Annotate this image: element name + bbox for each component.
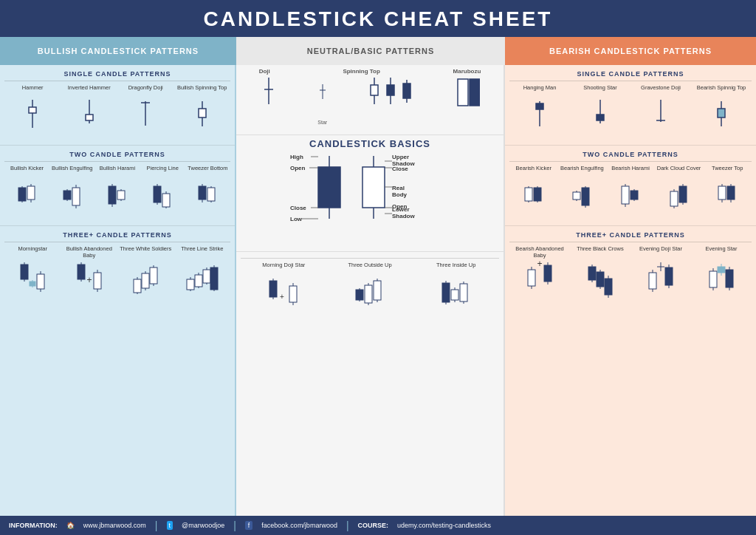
- pattern-dragonfly-doji: Dragonfly Doji: [117, 84, 174, 140]
- bull-three-title: THREE+ CANDLE PATTERNS: [4, 229, 230, 242]
- svg-rect-65: [150, 268, 157, 284]
- svg-rect-204: [605, 279, 612, 295]
- pattern-shooting-star: Shooting Star: [570, 84, 630, 140]
- basics-title: CANDLESTICK BASICS: [241, 138, 499, 149]
- svg-rect-34: [162, 194, 170, 207]
- info-label: INFORMATION:: [9, 522, 58, 529]
- svg-rect-68: [187, 279, 194, 290]
- basics-diagram: High Open Close Low Upper Shadow Real: [241, 152, 499, 248]
- svg-rect-28: [117, 191, 125, 200]
- bear-two-title: TWO CANDLE PATTERNS: [509, 149, 752, 162]
- svg-rect-198: [588, 267, 596, 280]
- svg-rect-1: [29, 107, 36, 113]
- pattern-three-white-soldiers: Three White Soldiers: [117, 245, 174, 311]
- svg-rect-46: [30, 282, 35, 286]
- svg-rect-134: [365, 285, 372, 303]
- facebook-icon: f: [245, 521, 253, 530]
- bear-single-title: SINGLE CANDLE PATTERNS: [509, 68, 752, 81]
- pattern-bull-spinning-top: Bullish Spinning Top: [174, 84, 231, 140]
- pattern-dark-cloud-cover: Dark Cloud Cover: [655, 165, 704, 221]
- svg-rect-92: [403, 84, 410, 98]
- svg-rect-201: [597, 272, 604, 287]
- section-headers: BULLISH CANDLESTICK PATTERNS NEUTRAL/BAS…: [0, 37, 756, 65]
- svg-rect-176: [630, 191, 638, 200]
- website-url: www.jbmarwood.com: [83, 522, 146, 529]
- neutral-three-title: [241, 255, 499, 259]
- svg-rect-140: [442, 283, 450, 302]
- bear-two-row: Bearish Kicker Bearish Engulfing: [509, 165, 752, 221]
- svg-rect-170: [582, 188, 589, 205]
- svg-text:+: +: [537, 261, 542, 269]
- svg-text:High: High: [290, 154, 303, 160]
- pattern-bear-kicker: Bearish Kicker: [509, 165, 558, 221]
- page-title: CANDLESTICK CHEAT SHEET: [204, 7, 553, 30]
- main-content: SINGLE CANDLE PATTERNS Hammer Inverted: [0, 65, 756, 516]
- facebook-url: facebook.com/jbmarwood: [261, 522, 337, 529]
- bull-spinning-top-svg: [195, 100, 210, 140]
- svg-rect-182: [679, 186, 687, 202]
- neutral-top-section: Doji Spinning Top Marubozu: [236, 65, 504, 135]
- svg-rect-152: [597, 115, 604, 120]
- pattern-bull-kicker: Bullish Kicker: [4, 165, 49, 221]
- svg-rect-95: [470, 79, 480, 106]
- svg-rect-128: [289, 286, 297, 302]
- bull-two-title: TWO CANDLE PATTERNS: [4, 149, 230, 162]
- pattern-hanging-man: Hanging Man: [509, 84, 570, 140]
- svg-rect-71: [195, 275, 202, 287]
- pattern-bull-harami: Bullish Harami: [94, 165, 140, 221]
- svg-rect-25: [109, 186, 116, 204]
- bull-three-group: THREE+ CANDLE PATTERNS Morningstar: [0, 226, 235, 516]
- neutral-column: Doji Spinning Top Marubozu: [236, 65, 505, 516]
- svg-rect-219: [718, 267, 725, 273]
- pattern-hammer: Hammer: [4, 84, 61, 140]
- pattern-morning-doji-star: Morning Doji Star +: [241, 262, 327, 327]
- svg-rect-52: [78, 265, 85, 279]
- svg-rect-40: [207, 188, 215, 201]
- svg-rect-216: [709, 271, 717, 287]
- bull-three-row: Morningstar: [4, 245, 230, 311]
- bullish-section-header: BULLISH CANDLESTICK PATTERNS: [0, 37, 236, 65]
- svg-rect-179: [670, 191, 678, 206]
- svg-text:Upper: Upper: [392, 154, 409, 160]
- pattern-tweezer-bottom: Tweezer Bottom: [185, 165, 230, 221]
- svg-rect-222: [726, 270, 733, 287]
- footer: INFORMATION: 🏠 www.jbmarwood.com | t @ma…: [0, 516, 756, 535]
- neutral-three-row: Morning Doji Star + Thre: [241, 262, 499, 327]
- svg-rect-31: [154, 186, 161, 202]
- pattern-three-outside-up: Three Outside Up: [327, 262, 413, 327]
- page-header: CANDLESTICK CHEAT SHEET: [0, 0, 756, 37]
- svg-rect-13: [18, 188, 26, 201]
- bearish-column: SINGLE CANDLE PATTERNS Hanging Man Shoo: [505, 65, 756, 516]
- svg-rect-164: [534, 188, 541, 201]
- pattern-three-black-crows: Three Black Crows: [570, 245, 630, 311]
- pattern-piercing-line: Piercing Line: [140, 165, 185, 221]
- svg-rect-173: [622, 186, 629, 204]
- svg-rect-100: [362, 167, 385, 208]
- svg-rect-158: [718, 109, 725, 117]
- bearish-section-header: BEARISH CANDLESTICK PATTERNS: [505, 37, 756, 65]
- neutral-basics-section: CANDLESTICK BASICS High: [236, 135, 504, 251]
- dragonfly-doji-svg: [138, 100, 153, 140]
- svg-rect-213: [665, 268, 673, 285]
- svg-rect-10: [199, 109, 206, 117]
- page: CANDLESTICK CHEAT SHEET BULLISH CANDLEST…: [0, 0, 756, 535]
- svg-rect-146: [460, 284, 467, 301]
- svg-rect-74: [203, 270, 210, 283]
- bear-three-row: Bearish Abandoned Baby +: [509, 245, 752, 311]
- svg-rect-137: [374, 281, 381, 300]
- svg-rect-94: [458, 79, 468, 106]
- star-item: Star: [317, 83, 329, 125]
- pattern-bear-engulfing: Bearish Engulfing: [558, 165, 607, 221]
- svg-rect-22: [72, 188, 80, 205]
- pattern-evening-star: Evening Star: [691, 245, 752, 311]
- svg-text:Body: Body: [392, 191, 408, 198]
- pattern-bull-abandoned-baby: Bullish Abandoned Baby +: [61, 245, 118, 311]
- home-icon: 🏠: [66, 522, 75, 529]
- course-url: udemy.com/testing-candlesticks: [397, 522, 491, 529]
- bear-single-row: Hanging Man Shooting Star: [509, 84, 752, 140]
- pattern-gravestone-doji: Gravestone Doji: [630, 84, 691, 140]
- svg-text:+: +: [86, 275, 92, 285]
- pattern-three-line-strike: Three Line Strike: [174, 245, 231, 311]
- neutral-candles: Star: [241, 76, 499, 132]
- svg-rect-207: [649, 273, 656, 289]
